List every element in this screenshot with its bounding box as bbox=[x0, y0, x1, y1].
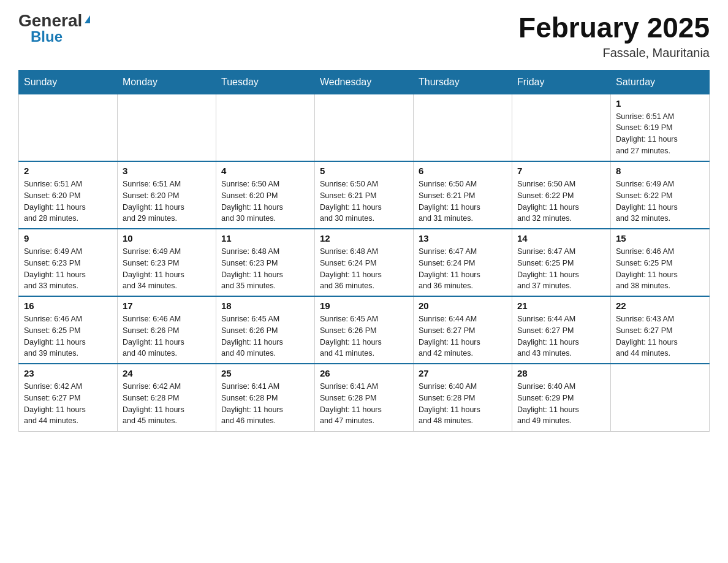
day-number: 9 bbox=[24, 233, 112, 243]
table-row: 4Sunrise: 6:50 AMSunset: 6:20 PMDaylight… bbox=[216, 161, 315, 229]
day-number: 24 bbox=[123, 368, 211, 378]
header-sunday: Sunday bbox=[19, 70, 118, 94]
day-number: 7 bbox=[517, 166, 605, 176]
table-row: 11Sunrise: 6:48 AMSunset: 6:23 PMDayligh… bbox=[216, 229, 315, 296]
day-info: Sunrise: 6:50 AMSunset: 6:21 PMDaylight:… bbox=[419, 178, 507, 224]
day-number: 15 bbox=[616, 233, 704, 243]
day-info: Sunrise: 6:48 AMSunset: 6:23 PMDaylight:… bbox=[221, 246, 309, 292]
table-row: 25Sunrise: 6:41 AMSunset: 6:28 PMDayligh… bbox=[216, 364, 315, 431]
day-info: Sunrise: 6:49 AMSunset: 6:23 PMDaylight:… bbox=[24, 246, 112, 292]
day-number: 13 bbox=[419, 233, 507, 243]
logo-blue: Blue bbox=[31, 29, 90, 44]
table-row: 2Sunrise: 6:51 AMSunset: 6:20 PMDaylight… bbox=[19, 161, 118, 229]
calendar-header-row: Sunday Monday Tuesday Wednesday Thursday… bbox=[19, 70, 710, 94]
day-info: Sunrise: 6:51 AMSunset: 6:20 PMDaylight:… bbox=[24, 178, 112, 224]
table-row: 20Sunrise: 6:44 AMSunset: 6:27 PMDayligh… bbox=[414, 296, 512, 364]
day-number: 22 bbox=[616, 301, 704, 311]
day-info: Sunrise: 6:46 AMSunset: 6:25 PMDaylight:… bbox=[616, 246, 704, 292]
table-row: 3Sunrise: 6:51 AMSunset: 6:20 PMDaylight… bbox=[118, 161, 216, 229]
day-number: 19 bbox=[320, 301, 408, 311]
day-number: 21 bbox=[517, 301, 605, 311]
month-year-title: February 2025 bbox=[518, 12, 710, 44]
calendar-week-row: 9Sunrise: 6:49 AMSunset: 6:23 PMDaylight… bbox=[19, 229, 710, 296]
table-row bbox=[611, 364, 710, 431]
title-block: February 2025 Fassale, Mauritania bbox=[518, 12, 710, 60]
table-row: 9Sunrise: 6:49 AMSunset: 6:23 PMDaylight… bbox=[19, 229, 118, 296]
table-row: 14Sunrise: 6:47 AMSunset: 6:25 PMDayligh… bbox=[512, 229, 611, 296]
table-row: 12Sunrise: 6:48 AMSunset: 6:24 PMDayligh… bbox=[315, 229, 414, 296]
calendar-week-row: 23Sunrise: 6:42 AMSunset: 6:27 PMDayligh… bbox=[19, 364, 710, 431]
day-number: 3 bbox=[123, 166, 211, 176]
calendar-week-row: 1Sunrise: 6:51 AMSunset: 6:19 PMDaylight… bbox=[19, 94, 710, 161]
table-row: 13Sunrise: 6:47 AMSunset: 6:24 PMDayligh… bbox=[414, 229, 512, 296]
day-info: Sunrise: 6:40 AMSunset: 6:29 PMDaylight:… bbox=[517, 381, 605, 427]
day-info: Sunrise: 6:50 AMSunset: 6:22 PMDaylight:… bbox=[517, 178, 605, 224]
day-info: Sunrise: 6:45 AMSunset: 6:26 PMDaylight:… bbox=[320, 313, 408, 359]
day-info: Sunrise: 6:45 AMSunset: 6:26 PMDaylight:… bbox=[221, 313, 309, 359]
header-tuesday: Tuesday bbox=[216, 70, 315, 94]
table-row bbox=[414, 94, 512, 161]
table-row: 21Sunrise: 6:44 AMSunset: 6:27 PMDayligh… bbox=[512, 296, 611, 364]
header-thursday: Thursday bbox=[414, 70, 512, 94]
day-number: 20 bbox=[419, 301, 507, 311]
calendar-week-row: 2Sunrise: 6:51 AMSunset: 6:20 PMDaylight… bbox=[19, 161, 710, 229]
day-number: 25 bbox=[221, 368, 309, 378]
day-info: Sunrise: 6:41 AMSunset: 6:28 PMDaylight:… bbox=[221, 381, 309, 427]
table-row: 1Sunrise: 6:51 AMSunset: 6:19 PMDaylight… bbox=[611, 94, 710, 161]
table-row: 17Sunrise: 6:46 AMSunset: 6:26 PMDayligh… bbox=[118, 296, 216, 364]
day-info: Sunrise: 6:46 AMSunset: 6:26 PMDaylight:… bbox=[123, 313, 211, 359]
day-number: 12 bbox=[320, 233, 408, 243]
day-number: 11 bbox=[221, 233, 309, 243]
day-number: 16 bbox=[24, 301, 112, 311]
day-info: Sunrise: 6:50 AMSunset: 6:21 PMDaylight:… bbox=[320, 178, 408, 224]
table-row: 15Sunrise: 6:46 AMSunset: 6:25 PMDayligh… bbox=[611, 229, 710, 296]
day-number: 14 bbox=[517, 233, 605, 243]
header-friday: Friday bbox=[512, 70, 611, 94]
table-row bbox=[315, 94, 414, 161]
table-row: 28Sunrise: 6:40 AMSunset: 6:29 PMDayligh… bbox=[512, 364, 611, 431]
table-row: 27Sunrise: 6:40 AMSunset: 6:28 PMDayligh… bbox=[414, 364, 512, 431]
table-row bbox=[512, 94, 611, 161]
day-info: Sunrise: 6:50 AMSunset: 6:20 PMDaylight:… bbox=[221, 178, 309, 224]
header-wednesday: Wednesday bbox=[315, 70, 414, 94]
table-row: 19Sunrise: 6:45 AMSunset: 6:26 PMDayligh… bbox=[315, 296, 414, 364]
day-number: 6 bbox=[419, 166, 507, 176]
day-info: Sunrise: 6:46 AMSunset: 6:25 PMDaylight:… bbox=[24, 313, 112, 359]
calendar-week-row: 16Sunrise: 6:46 AMSunset: 6:25 PMDayligh… bbox=[19, 296, 710, 364]
day-info: Sunrise: 6:49 AMSunset: 6:22 PMDaylight:… bbox=[616, 178, 704, 224]
table-row: 23Sunrise: 6:42 AMSunset: 6:27 PMDayligh… bbox=[19, 364, 118, 431]
day-info: Sunrise: 6:41 AMSunset: 6:28 PMDaylight:… bbox=[320, 381, 408, 427]
day-info: Sunrise: 6:42 AMSunset: 6:28 PMDaylight:… bbox=[123, 381, 211, 427]
day-info: Sunrise: 6:49 AMSunset: 6:23 PMDaylight:… bbox=[123, 246, 211, 292]
day-number: 5 bbox=[320, 166, 408, 176]
table-row: 22Sunrise: 6:43 AMSunset: 6:27 PMDayligh… bbox=[611, 296, 710, 364]
table-row: 5Sunrise: 6:50 AMSunset: 6:21 PMDaylight… bbox=[315, 161, 414, 229]
day-number: 18 bbox=[221, 301, 309, 311]
day-number: 26 bbox=[320, 368, 408, 378]
day-number: 1 bbox=[616, 98, 704, 109]
day-info: Sunrise: 6:40 AMSunset: 6:28 PMDaylight:… bbox=[419, 381, 507, 427]
day-number: 28 bbox=[517, 368, 605, 378]
table-row: 24Sunrise: 6:42 AMSunset: 6:28 PMDayligh… bbox=[118, 364, 216, 431]
logo: General Blue bbox=[18, 12, 90, 44]
day-info: Sunrise: 6:48 AMSunset: 6:24 PMDaylight:… bbox=[320, 246, 408, 292]
day-number: 23 bbox=[24, 368, 112, 378]
header-monday: Monday bbox=[118, 70, 216, 94]
table-row: 8Sunrise: 6:49 AMSunset: 6:22 PMDaylight… bbox=[611, 161, 710, 229]
calendar-table: Sunday Monday Tuesday Wednesday Thursday… bbox=[18, 70, 710, 432]
table-row: 26Sunrise: 6:41 AMSunset: 6:28 PMDayligh… bbox=[315, 364, 414, 431]
day-info: Sunrise: 6:42 AMSunset: 6:27 PMDaylight:… bbox=[24, 381, 112, 427]
day-info: Sunrise: 6:51 AMSunset: 6:20 PMDaylight:… bbox=[123, 178, 211, 224]
table-row bbox=[118, 94, 216, 161]
day-info: Sunrise: 6:44 AMSunset: 6:27 PMDaylight:… bbox=[517, 313, 605, 359]
day-number: 10 bbox=[123, 233, 211, 243]
table-row bbox=[216, 94, 315, 161]
day-info: Sunrise: 6:47 AMSunset: 6:24 PMDaylight:… bbox=[419, 246, 507, 292]
logo-general: General bbox=[18, 12, 82, 29]
day-info: Sunrise: 6:51 AMSunset: 6:19 PMDaylight:… bbox=[616, 111, 704, 157]
table-row: 6Sunrise: 6:50 AMSunset: 6:21 PMDaylight… bbox=[414, 161, 512, 229]
header-saturday: Saturday bbox=[611, 70, 710, 94]
table-row bbox=[19, 94, 118, 161]
day-info: Sunrise: 6:43 AMSunset: 6:27 PMDaylight:… bbox=[616, 313, 704, 359]
day-number: 17 bbox=[123, 301, 211, 311]
